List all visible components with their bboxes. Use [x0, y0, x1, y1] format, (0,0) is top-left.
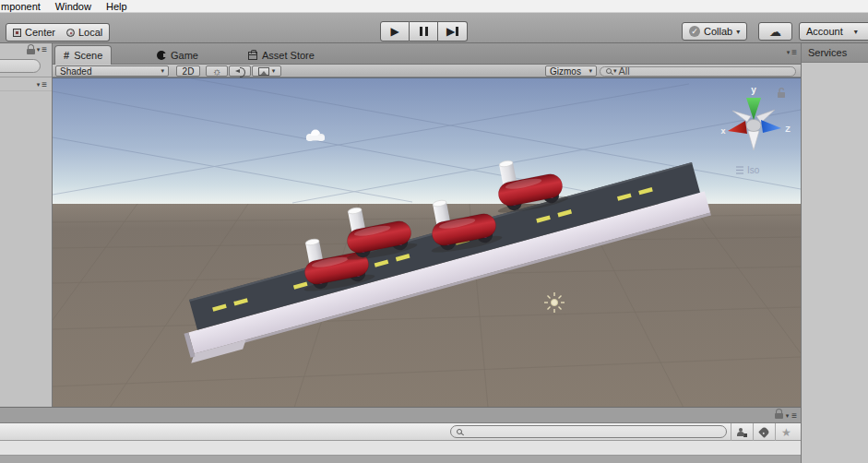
tab-scene[interactable]: # Scene — [54, 45, 112, 65]
tab-services[interactable]: Services — [802, 43, 868, 63]
collab-button[interactable]: ✓ Collab ▾ — [682, 22, 747, 41]
tag-icon — [758, 426, 770, 438]
search-input[interactable] — [0, 59, 41, 73]
image-effects-icon — [258, 67, 269, 76]
orientation-local-label: Local — [78, 27, 102, 38]
scene-3d-render[interactable]: y x Z Iso — [53, 78, 801, 408]
account-label: Account — [806, 26, 843, 37]
divider — [0, 77, 52, 77]
play-icon: ▶ — [390, 26, 398, 37]
chevron-down-icon: ▾ — [613, 67, 617, 75]
bottom-panel: ▾ ≡ ★ — [0, 407, 801, 463]
draw-mode-label: Shaded — [60, 66, 91, 77]
search-by-type-icon — [737, 428, 747, 437]
menu-bar: mponent Window Help — [0, 0, 868, 13]
menu-window[interactable]: Window — [54, 1, 92, 12]
search-by-type-button[interactable] — [731, 423, 753, 441]
tab-services-label: Services — [808, 47, 847, 58]
play-button[interactable]: ▶ — [380, 21, 410, 42]
scene-view-toolbar: Shaded ▾ 2D ☼ ▾ Gizmos ▾ ▾ — [53, 65, 801, 77]
cloud-icon: ☁ — [769, 26, 781, 38]
left-panel-subheader: ▾ ≡ — [0, 78, 52, 91]
search-by-label-button[interactable] — [753, 423, 775, 441]
gizmos-dropdown[interactable]: Gizmos ▾ — [545, 65, 597, 77]
ground — [53, 204, 801, 408]
toggle-2d-button[interactable]: 2D — [176, 65, 200, 77]
lock-icon[interactable] — [775, 413, 783, 419]
menu-component[interactable]: mponent — [0, 1, 42, 12]
scene-viewport[interactable]: y x Z Iso — [53, 77, 801, 407]
lock-icon[interactable] — [27, 49, 35, 54]
chevron-down-icon: ▾ — [37, 81, 41, 89]
star-icon: ★ — [781, 427, 791, 438]
search-icon — [457, 429, 462, 434]
chevron-down-icon: ▾ — [786, 412, 790, 420]
panel-menu-icon[interactable]: ≡ — [42, 80, 47, 89]
chevron-down-icon: ▾ — [161, 67, 164, 75]
bottom-panel-content-row[interactable] — [0, 441, 801, 456]
account-dropdown[interactable]: Account ▾ — [799, 22, 868, 41]
search-icon — [606, 68, 612, 74]
project-search-input[interactable] — [450, 425, 727, 438]
bottom-panel-toolbar: ★ — [0, 423, 801, 441]
tab-options[interactable]: ▾ ≡ — [787, 48, 797, 57]
tab-scene-label: Scene — [74, 50, 102, 61]
step-button[interactable]: ▶ — [438, 21, 468, 42]
main-toolbar: Center Local ▶ ▶ ✓ Collab ▾ ☁ Account ▾ — [0, 13, 868, 43]
local-axis-icon — [66, 29, 75, 37]
save-search-button[interactable]: ★ — [775, 423, 797, 441]
draw-mode-dropdown[interactable]: Shaded ▾ — [55, 65, 169, 77]
tab-game-label: Game — [171, 50, 198, 61]
sun-icon: ☼ — [212, 66, 221, 77]
chevron-down-icon: ▾ — [787, 49, 791, 56]
bottom-panel-footer — [0, 456, 801, 463]
scene-tab-icon: # — [64, 50, 69, 61]
scene-search-value: All — [619, 65, 630, 77]
game-tab-icon — [157, 51, 166, 60]
pivot-icon — [13, 29, 21, 37]
chevron-down-icon: ▾ — [37, 46, 41, 53]
panel-menu-icon: ≡ — [791, 48, 797, 57]
chevron-down-icon: ▾ — [736, 28, 740, 36]
orientation-local-button[interactable]: Local — [60, 23, 110, 42]
panel-menu-icon[interactable]: ≡ — [42, 45, 47, 54]
gizmo-y-label: y — [751, 85, 756, 95]
scene-search-input[interactable]: ▾ All — [600, 66, 796, 77]
gizmo-x-label: x — [720, 126, 725, 136]
gizmo-z-label: Z — [785, 125, 791, 134]
unity-editor-window: mponent Window Help Center Local ▶ ▶ ✓ C… — [0, 0, 868, 463]
cloud-services-button[interactable]: ☁ — [758, 22, 792, 41]
chevron-down-icon: ▾ — [272, 67, 276, 75]
menu-help[interactable]: Help — [105, 1, 128, 12]
panel-tab-bar: # Scene Game Asset Store ▾ ≡ — [53, 43, 801, 65]
toggle-2d-label: 2D — [183, 66, 195, 77]
pivot-center-button[interactable]: Center — [6, 23, 63, 42]
scene-audio-toggle[interactable] — [229, 65, 251, 77]
scene-effects-dropdown[interactable]: ▾ — [252, 65, 281, 77]
projection-toggle[interactable]: Iso — [736, 165, 760, 175]
speaker-icon — [235, 67, 244, 76]
tab-asset-store[interactable]: Asset Store — [240, 45, 323, 65]
collab-label: Collab — [704, 26, 732, 37]
pause-button[interactable] — [410, 21, 438, 42]
chevron-down-icon: ▾ — [854, 28, 858, 36]
services-panel-body — [802, 63, 868, 463]
tab-game[interactable]: Game — [149, 45, 207, 65]
tab-asset-store-label: Asset Store — [262, 50, 315, 61]
scene-panel: # Scene Game Asset Store ▾ ≡ Shaded ▾ — [53, 43, 801, 407]
asset-store-tab-icon — [248, 52, 257, 60]
step-icon: ▶ — [446, 26, 458, 37]
left-panel: ▾ ≡ ▾ ≡ — [0, 43, 53, 407]
scene-lighting-toggle[interactable]: ☼ — [206, 65, 228, 77]
chevron-down-icon: ▾ — [589, 67, 592, 75]
services-panel: Services — [801, 43, 868, 463]
projection-label: Iso — [747, 165, 760, 175]
pivot-center-label: Center — [25, 27, 55, 38]
bottom-panel-header: ▾ ≡ — [0, 407, 801, 423]
collab-status-icon: ✓ — [689, 26, 700, 37]
panel-menu-icon[interactable]: ≡ — [791, 411, 797, 421]
pause-icon — [420, 27, 428, 36]
gizmos-label: Gizmos — [550, 66, 581, 77]
left-panel-header: ▾ ≡ — [0, 43, 52, 56]
